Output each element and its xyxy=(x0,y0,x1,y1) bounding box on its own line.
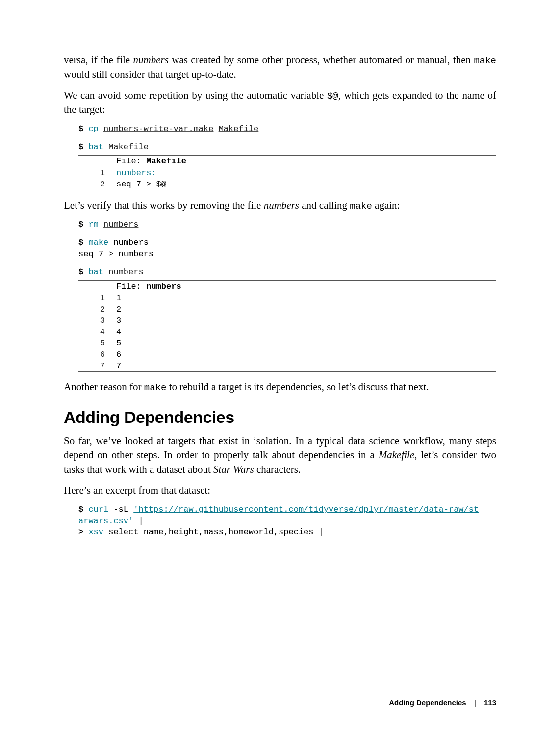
prompt-icon: $ xyxy=(78,267,88,277)
footer-section-title: Adding Dependencies xyxy=(389,698,466,707)
bat-row: 2 seq 7 > $@ xyxy=(78,179,496,190)
paragraph-4: Another reason for make to rebuild a tar… xyxy=(64,380,496,394)
prompt-icon: $ xyxy=(78,238,88,247)
paragraph-2: We can avoid some repetition by using th… xyxy=(64,88,496,117)
bat-row: 1 numbers: xyxy=(78,167,496,179)
bat-row: 33 xyxy=(78,315,496,326)
code-block-make: $ make numbers seq 7 > numbers xyxy=(78,237,496,260)
page-footer: Adding Dependencies | 113 xyxy=(64,693,496,707)
bat-row: 66 xyxy=(78,349,496,360)
prompt-icon: $ xyxy=(78,505,88,514)
code-block-bat-makefile: $ bat Makefile xyxy=(78,142,496,153)
paragraph-6: Here’s an excerpt from that dataset: xyxy=(64,483,496,498)
bat-row: 44 xyxy=(78,326,496,338)
code-block-curl: $ curl -sL 'https://raw.githubuserconten… xyxy=(78,504,496,538)
code-block-rm: $ rm numbers xyxy=(78,219,496,231)
file-name-italic: numbers xyxy=(133,54,169,66)
bat-row: 55 xyxy=(78,338,496,349)
paragraph-3: Let’s verify that this works by removing… xyxy=(64,198,496,212)
code-block-cp: $ cp numbers-write-var.make Makefile xyxy=(78,124,496,135)
section-heading: Adding Dependencies xyxy=(64,408,496,427)
code-inline-make: make xyxy=(474,55,496,66)
prompt-icon: $ xyxy=(78,124,88,133)
bat-row: 77 xyxy=(78,360,496,371)
code-block-bat-numbers: $ bat numbers xyxy=(78,267,496,278)
prompt-icon: $ xyxy=(78,142,88,152)
bat-output-makefile: File: Makefile 1 numbers: 2 seq 7 > $@ xyxy=(78,155,496,190)
bat-row: 11 xyxy=(78,292,496,304)
bat-row: 22 xyxy=(78,304,496,315)
page: versa, if the file numbers was created b… xyxy=(0,0,560,736)
paragraph-5: So far, we’ve looked at targets that exi… xyxy=(64,434,496,476)
continuation-prompt-icon: > xyxy=(78,527,83,537)
code-inline-auto-var: $@ xyxy=(327,91,338,102)
page-number: 113 xyxy=(484,698,496,707)
bat-output-numbers: File: numbers 11 22 33 44 55 66 77 xyxy=(78,280,496,372)
footer-separator-icon: | xyxy=(468,698,482,707)
prompt-icon: $ xyxy=(78,220,88,229)
paragraph-1: versa, if the file numbers was created b… xyxy=(64,53,496,81)
content: versa, if the file numbers was created b… xyxy=(64,53,496,604)
